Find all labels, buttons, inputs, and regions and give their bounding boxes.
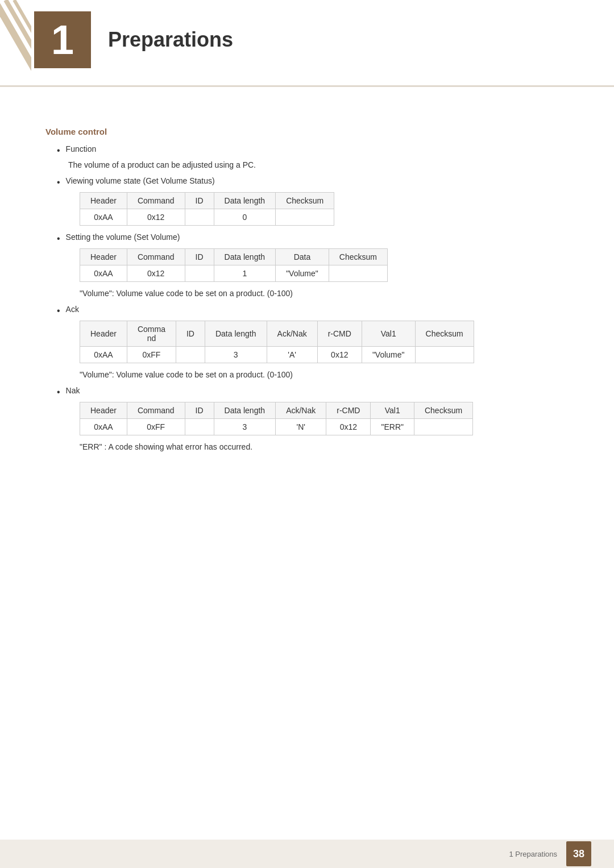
table-ack: Header Command ID Data length Ack/Nak r-…	[80, 321, 474, 363]
cell-set-id	[185, 265, 214, 282]
col-nak-val1: Val1	[371, 402, 414, 419]
ack-note: "Volume": Volume value code to be set on…	[80, 370, 569, 379]
cell-set-data-length: 1	[214, 265, 276, 282]
cell-ack-header: 0xAA	[80, 347, 127, 363]
col-nak-checksum: Checksum	[414, 402, 472, 419]
cell-set-data: "Volume"	[276, 265, 329, 282]
cell-nak-checksum	[414, 419, 472, 435]
cell-viewing-command: 0x12	[127, 209, 185, 226]
cell-set-command: 0x12	[127, 265, 185, 282]
chapter-number: 1	[34, 11, 91, 68]
err-note: "ERR" : A code showing what error has oc…	[80, 442, 569, 451]
section-title: Volume control	[45, 127, 569, 136]
cell-ack-rcmd: 0x12	[317, 347, 362, 363]
cell-set-checksum	[329, 265, 387, 282]
bullet-label-function: Function	[66, 144, 97, 153]
cell-ack-acknak: 'A'	[267, 347, 317, 363]
col-nak-id: ID	[185, 402, 214, 419]
col-nak-acknak: Ack/Nak	[276, 402, 326, 419]
col-ack-rcmd: r-CMD	[317, 321, 362, 347]
bullet-ack: • Ack	[57, 305, 569, 316]
table-nak-container: Header Command ID Data length Ack/Nak r-…	[80, 402, 569, 435]
bullet-setting: • Setting the volume (Set Volume)	[57, 232, 569, 244]
col-nak-header: Header	[80, 402, 127, 419]
col-nak-command: Command	[127, 402, 185, 419]
col-set-data-length: Data length	[214, 249, 276, 265]
bullet-dot-setting: •	[57, 234, 60, 244]
cell-nak-data-length: 3	[214, 419, 276, 435]
cell-ack-id	[176, 347, 205, 363]
bullet-label-viewing: Viewing volume state (Get Volume Status)	[66, 176, 215, 185]
bullet-dot-nak: •	[57, 387, 60, 397]
col-ack-val1: Val1	[362, 321, 415, 347]
cell-nak-val1: "ERR"	[371, 419, 414, 435]
header-divider	[0, 85, 614, 87]
bullet-function: • Function	[57, 144, 569, 156]
col-set-checksum: Checksum	[329, 249, 387, 265]
col-ack-command: Command	[127, 321, 176, 347]
page-number-badge: 38	[566, 841, 591, 866]
page-footer: 1 Preparations 38	[0, 840, 614, 868]
cell-viewing-header: 0xAA	[80, 209, 127, 226]
cell-ack-command: 0xFF	[127, 347, 176, 363]
bullet-dot-viewing: •	[57, 177, 60, 188]
cell-ack-checksum	[415, 347, 474, 363]
cell-set-header: 0xAA	[80, 265, 127, 282]
col-nak-data-length: Data length	[214, 402, 276, 419]
col-ack-id: ID	[176, 321, 205, 347]
bullet-label-nak: Nak	[66, 386, 80, 395]
page-header: 1 Preparations	[0, 0, 614, 80]
col-header-command: Command	[127, 193, 185, 209]
col-ack-header: Header	[80, 321, 127, 347]
page-number: 38	[573, 848, 584, 860]
cell-viewing-checksum	[276, 209, 334, 226]
col-nak-rcmd: r-CMD	[326, 402, 371, 419]
table-setting-container: Header Command ID Data length Data Check…	[80, 248, 569, 282]
cell-nak-header: 0xAA	[80, 419, 127, 435]
bullet-dot-function: •	[57, 146, 60, 156]
cell-nak-id	[185, 419, 214, 435]
table-setting: Header Command ID Data length Data Check…	[80, 248, 388, 282]
setting-note: "Volume": Volume value code to be set on…	[80, 289, 569, 298]
cell-nak-command: 0xFF	[127, 419, 185, 435]
cell-viewing-id	[185, 209, 214, 226]
bullet-dot-ack: •	[57, 306, 60, 316]
stripe-decoration	[0, 0, 31, 74]
bullet-nak: • Nak	[57, 386, 569, 397]
col-set-data: Data	[276, 249, 329, 265]
col-set-header: Header	[80, 249, 127, 265]
col-set-command: Command	[127, 249, 185, 265]
col-set-id: ID	[185, 249, 214, 265]
cell-nak-acknak: 'N'	[276, 419, 326, 435]
cell-viewing-data-length: 0	[214, 209, 276, 226]
table-viewing: Header Command ID Data length Checksum 0…	[80, 192, 334, 226]
table-viewing-container: Header Command ID Data length Checksum 0…	[80, 192, 569, 226]
col-header-data-length: Data length	[214, 193, 276, 209]
cell-nak-rcmd: 0x12	[326, 419, 371, 435]
col-ack-acknak: Ack/Nak	[267, 321, 317, 347]
footer-text: 1 Preparations	[509, 850, 557, 858]
function-description: The volume of a product can be adjusted …	[68, 160, 569, 169]
bullet-label-ack: Ack	[66, 305, 79, 314]
col-header-checksum: Checksum	[276, 193, 334, 209]
cell-ack-val1: "Volume"	[362, 347, 415, 363]
col-ack-checksum: Checksum	[415, 321, 474, 347]
bullet-label-setting: Setting the volume (Set Volume)	[66, 232, 180, 242]
table-ack-container: Header Command ID Data length Ack/Nak r-…	[80, 321, 569, 363]
col-ack-data-length: Data length	[205, 321, 267, 347]
col-header-header: Header	[80, 193, 127, 209]
content-area: Volume control • Function The volume of …	[0, 104, 614, 504]
bullet-viewing: • Viewing volume state (Get Volume Statu…	[57, 176, 569, 188]
cell-ack-data-length: 3	[205, 347, 267, 363]
table-nak: Header Command ID Data length Ack/Nak r-…	[80, 402, 473, 435]
chapter-title: Preparations	[108, 28, 233, 52]
col-header-id: ID	[185, 193, 214, 209]
